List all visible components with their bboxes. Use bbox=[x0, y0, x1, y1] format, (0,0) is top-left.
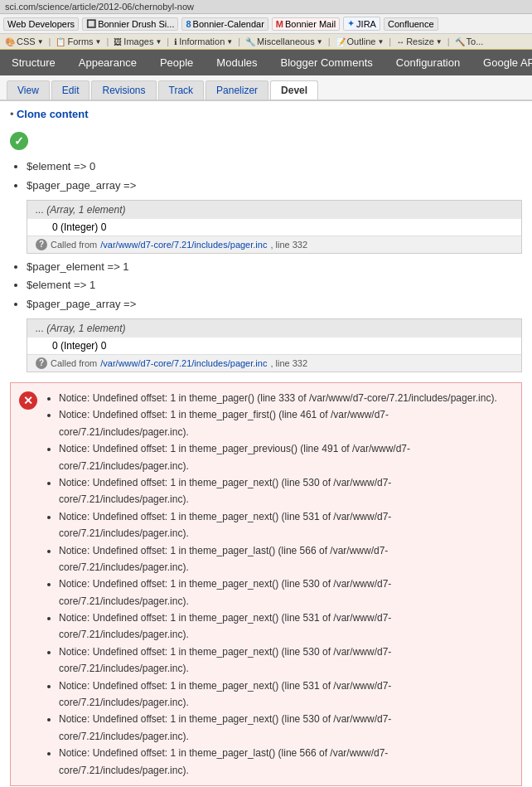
array-box-1-footer: ? Called from /var/www/d7-core/7.21/incl… bbox=[27, 236, 521, 253]
separator-2: | bbox=[107, 36, 109, 46]
toolbar-tools[interactable]: 🔨 To... bbox=[455, 36, 484, 46]
separator-1: | bbox=[49, 36, 51, 46]
array-box-1: ... (Array, 1 element) 0 (Integer) 0 ? C… bbox=[27, 200, 522, 254]
array-box-1-row: 0 (Integer) 0 bbox=[27, 219, 521, 236]
separator-7: | bbox=[447, 36, 450, 46]
debug-item-pager-array-1: $pager_page_array => bbox=[27, 177, 522, 195]
bookmarks-bar: Web Developers 🔲 Bonnier Drush Si... 8 B… bbox=[0, 14, 532, 34]
debug-item-pager-array-2: $pager_page_array => bbox=[27, 296, 522, 313]
array-box-2-header: ... (Array, 1 element) bbox=[27, 319, 521, 338]
error-item-11: Notice: Undefined offset: 1 in theme_pag… bbox=[59, 745, 513, 779]
error-item-3: Notice: Undefined offset: 1 in theme_pag… bbox=[59, 474, 513, 508]
bonnier-mail-label: Bonnier Mail bbox=[285, 19, 336, 29]
clone-content-container: • Clone content bbox=[10, 108, 522, 120]
dev-toolbar: 🎨 CSS | 📋 Forms | 🖼 Images | ℹ Informati… bbox=[0, 34, 532, 50]
bonnier-drush-icon: 🔲 bbox=[86, 19, 96, 28]
bonnier-mail-icon: M bbox=[276, 19, 283, 29]
error-item-2: Notice: Undefined offset: 1 in theme_pag… bbox=[59, 440, 513, 474]
tab-revisions[interactable]: Revisions bbox=[91, 80, 156, 100]
toolbar-css[interactable]: 🎨 CSS bbox=[5, 36, 44, 46]
called-from-1-suffix: , line 332 bbox=[270, 240, 307, 250]
nav-structure[interactable]: Structure bbox=[0, 50, 67, 75]
tab-panelizer[interactable]: Panelizer bbox=[206, 80, 268, 100]
toolbar-information[interactable]: ℹ Information bbox=[174, 36, 233, 46]
separator-4: | bbox=[238, 36, 240, 46]
forms-label: Forms bbox=[67, 36, 93, 46]
clone-content-link[interactable]: Clone content bbox=[17, 108, 89, 120]
tab-edit[interactable]: Edit bbox=[51, 80, 90, 100]
web-developers-label: Web Developers bbox=[7, 19, 75, 29]
miscellaneous-icon: 🔧 bbox=[245, 37, 255, 46]
array-box-2: ... (Array, 1 element) 0 (Integer) 0 ? C… bbox=[27, 318, 522, 372]
called-from-1-prefix: Called from bbox=[51, 240, 97, 250]
forms-icon: 📋 bbox=[56, 37, 65, 46]
error-item-10: Notice: Undefined offset: 1 in theme_pag… bbox=[59, 711, 513, 745]
separator-6: | bbox=[389, 36, 391, 46]
bookmark-confluence[interactable]: Confluence bbox=[384, 17, 438, 31]
toolbar-miscellaneous[interactable]: 🔧 Miscellaneous bbox=[245, 36, 323, 46]
debug-item-element-0: $element => 0 bbox=[27, 158, 522, 176]
outline-label: Outline bbox=[347, 36, 376, 46]
miscellaneous-label: Miscellaneous bbox=[257, 36, 315, 46]
outline-icon: 📝 bbox=[336, 37, 346, 46]
bookmark-jira[interactable]: ✦ JIRA bbox=[343, 17, 380, 31]
jira-icon: ✦ bbox=[347, 18, 355, 29]
debug-item-pager-element-1: $pager_element => 1 bbox=[27, 259, 522, 276]
content-area: • Clone content ✓ $element => 0 $pager_p… bbox=[0, 101, 532, 787]
confluence-label: Confluence bbox=[388, 19, 434, 29]
nav-people[interactable]: People bbox=[148, 50, 205, 75]
debug-output-list-2: $pager_element => 1 $element => 1 $pager… bbox=[10, 259, 522, 313]
nav-blogger-comments[interactable]: Blogger Comments bbox=[269, 50, 384, 75]
called-from-2-suffix: , line 332 bbox=[270, 358, 307, 368]
debug-output-list: $element => 0 $pager_page_array => bbox=[10, 158, 522, 195]
array-box-1-header: ... (Array, 1 element) bbox=[27, 201, 521, 219]
bookmark-bonnier-mail[interactable]: M Bonnier Mail bbox=[272, 17, 340, 31]
images-label: Images bbox=[123, 36, 153, 46]
success-icon: ✓ bbox=[10, 132, 28, 150]
bonnier-drush-label: Bonnier Drush Si... bbox=[98, 19, 174, 29]
toolbar-outline[interactable]: 📝 Outline bbox=[336, 36, 384, 46]
bonnier-calendar-label: Bonnier-Calendar bbox=[193, 19, 264, 29]
nav-google-api[interactable]: Google API bbox=[472, 50, 532, 75]
tab-view[interactable]: View bbox=[7, 80, 50, 100]
separator-5: | bbox=[328, 36, 331, 46]
url-text: sci.com/science/article/2012-06/chernoby… bbox=[5, 2, 194, 12]
tab-track[interactable]: Track bbox=[158, 80, 205, 100]
toolbar-images[interactable]: 🖼 Images bbox=[114, 36, 162, 46]
nav-appearance[interactable]: Appearance bbox=[67, 50, 148, 75]
bookmark-bonnier-calendar[interactable]: 8 Bonnier-Calendar bbox=[181, 17, 268, 31]
images-icon: 🖼 bbox=[114, 37, 122, 46]
nav-modules[interactable]: Modules bbox=[205, 50, 268, 75]
bookmark-bonnier-drush[interactable]: 🔲 Bonnier Drush Si... bbox=[82, 17, 178, 31]
toolbar-resize[interactable]: ↔ Resize bbox=[396, 36, 443, 46]
array-box-2-row: 0 (Integer) 0 bbox=[27, 338, 521, 354]
bookmark-web-developers[interactable]: Web Developers bbox=[3, 17, 79, 31]
toolbar-forms[interactable]: 📋 Forms bbox=[56, 36, 101, 46]
information-label: Information bbox=[179, 36, 225, 46]
information-icon: ℹ bbox=[174, 37, 177, 46]
called-from-2-prefix: Called from bbox=[51, 358, 97, 368]
nav-configuration[interactable]: Configuration bbox=[384, 50, 472, 75]
array-box-2-footer: ? Called from /var/www/d7-core/7.21/incl… bbox=[27, 354, 521, 372]
error-icon: ✕ bbox=[19, 391, 37, 410]
jira-label: JIRA bbox=[356, 19, 376, 29]
pager-file-link-2[interactable]: /var/www/d7-core/7.21/includes/pager.inc bbox=[100, 358, 267, 368]
error-item-1: Notice: Undefined offset: 1 in theme_pag… bbox=[59, 406, 513, 440]
pager-file-link-1[interactable]: /var/www/d7-core/7.21/includes/pager.inc bbox=[100, 240, 267, 250]
resize-label: Resize bbox=[406, 36, 434, 46]
bonnier-calendar-icon: 8 bbox=[186, 19, 191, 29]
tab-devel[interactable]: Devel bbox=[270, 80, 318, 100]
separator-3: | bbox=[167, 36, 169, 46]
error-item-7: Notice: Undefined offset: 1 in theme_pag… bbox=[59, 610, 513, 644]
error-section: ✕ Notice: Undefined offset: 1 in theme_p… bbox=[10, 382, 522, 786]
css-icon: 🎨 bbox=[5, 37, 15, 46]
resize-icon: ↔ bbox=[396, 37, 404, 46]
main-navigation: Structure Appearance People Modules Blog… bbox=[0, 50, 532, 75]
error-list: Notice: Undefined offset: 1 in theme_pag… bbox=[46, 390, 513, 779]
tools-label: To... bbox=[467, 36, 484, 46]
error-item-5: Notice: Undefined offset: 1 in theme_pag… bbox=[59, 542, 513, 576]
error-item-6: Notice: Undefined offset: 1 in theme_pag… bbox=[59, 576, 513, 610]
error-item-9: Notice: Undefined offset: 1 in theme_pag… bbox=[59, 678, 513, 712]
error-item-8: Notice: Undefined offset: 1 in theme_pag… bbox=[59, 644, 513, 678]
error-item-0: Notice: Undefined offset: 1 in theme_pag… bbox=[59, 390, 513, 406]
